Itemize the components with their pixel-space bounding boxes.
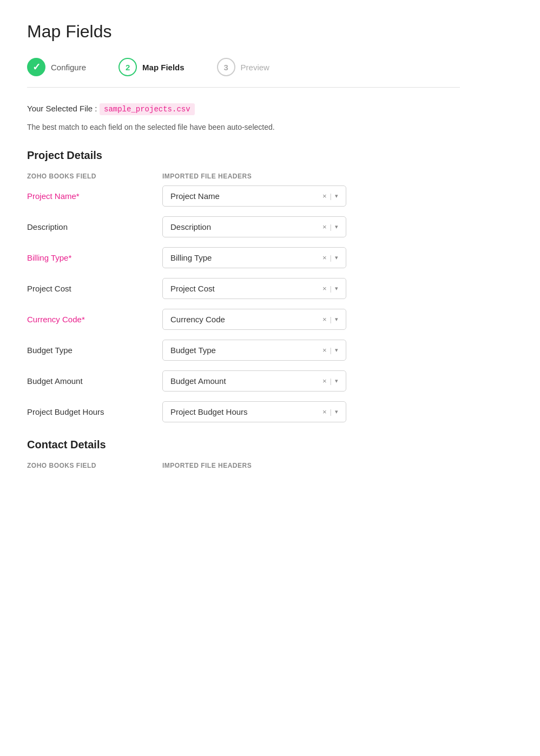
clear-icon-currency-code[interactable]: × bbox=[322, 315, 327, 323]
dropdown-budget-amount[interactable]: Budget Amount × | ▾ bbox=[162, 370, 346, 392]
project-details-section: Project Details ZOHO BOOKS FIELD IMPORTE… bbox=[27, 149, 460, 422]
field-row-project-cost: Project Cost Project Cost × | ▾ bbox=[27, 278, 460, 299]
field-label-budget-type: Budget Type bbox=[27, 346, 146, 355]
chevron-down-icon-description[interactable]: ▾ bbox=[335, 223, 338, 230]
chevron-down-icon-project-name[interactable]: ▾ bbox=[335, 193, 338, 200]
dropdown-budget-type[interactable]: Budget Type × | ▾ bbox=[162, 340, 346, 361]
step-label-preview: Preview bbox=[241, 63, 269, 72]
selected-file-label: Your Selected File : bbox=[27, 104, 97, 113]
step-number-map-fields: 2 bbox=[126, 63, 130, 72]
field-row-billing-type: Billing Type* Billing Type × | ▾ bbox=[27, 247, 460, 268]
field-label-budget-amount: Budget Amount bbox=[27, 376, 146, 386]
dropdown-value-currency-code: Currency Code bbox=[170, 315, 225, 324]
dropdown-controls-budget-type: × | ▾ bbox=[322, 346, 338, 354]
field-label-project-budget-hours: Project Budget Hours bbox=[27, 407, 146, 416]
dropdown-project-name[interactable]: Project Name × | ▾ bbox=[162, 185, 346, 207]
dropdown-value-project-name: Project Name bbox=[170, 191, 220, 201]
step-label-configure: Configure bbox=[51, 63, 86, 72]
auto-select-note: The best match to each field on the sele… bbox=[27, 122, 460, 133]
field-label-billing-type: Billing Type* bbox=[27, 253, 146, 262]
project-details-title: Project Details bbox=[27, 149, 460, 162]
contact-details-title: Contact Details bbox=[27, 439, 460, 451]
step-preview[interactable]: 3 Preview bbox=[217, 58, 269, 76]
dropdown-currency-code[interactable]: Currency Code × | ▾ bbox=[162, 309, 346, 330]
clear-icon-budget-type[interactable]: × bbox=[322, 346, 327, 354]
col-header-import-contact: IMPORTED FILE HEADERS bbox=[162, 462, 460, 469]
chevron-down-icon-budget-type[interactable]: ▾ bbox=[335, 347, 338, 354]
contact-details-section: Contact Details ZOHO BOOKS FIELD IMPORTE… bbox=[27, 439, 460, 469]
dropdown-controls-description: × | ▾ bbox=[322, 223, 338, 231]
field-row-project-name: Project Name* Project Name × | ▾ bbox=[27, 185, 460, 207]
col-header-field: ZOHO BOOKS FIELD bbox=[27, 173, 146, 180]
step-map-fields[interactable]: 2 Map Fields bbox=[118, 58, 185, 76]
dropdown-value-billing-type: Billing Type bbox=[170, 253, 212, 262]
dropdown-value-project-cost: Project Cost bbox=[170, 284, 215, 293]
chevron-down-icon-budget-amount[interactable]: ▾ bbox=[335, 377, 338, 384]
field-row-description: Description Description × | ▾ bbox=[27, 216, 460, 237]
chevron-down-icon-project-cost[interactable]: ▾ bbox=[335, 285, 338, 292]
field-label-project-name: Project Name* bbox=[27, 191, 146, 201]
step-configure[interactable]: ✓ Configure bbox=[27, 58, 86, 76]
clear-icon-billing-type[interactable]: × bbox=[322, 254, 327, 262]
field-row-budget-amount: Budget Amount Budget Amount × | ▾ bbox=[27, 370, 460, 392]
chevron-down-icon-billing-type[interactable]: ▾ bbox=[335, 254, 338, 261]
field-label-currency-code: Currency Code* bbox=[27, 315, 146, 324]
field-row-project-budget-hours: Project Budget Hours Project Budget Hour… bbox=[27, 401, 460, 422]
dropdown-value-description: Description bbox=[170, 222, 211, 231]
dropdown-project-cost[interactable]: Project Cost × | ▾ bbox=[162, 278, 346, 299]
dropdown-billing-type[interactable]: Billing Type × | ▾ bbox=[162, 247, 346, 268]
dropdown-controls-billing-type: × | ▾ bbox=[322, 254, 338, 262]
step-circle-preview: 3 bbox=[217, 58, 235, 76]
dropdown-description[interactable]: Description × | ▾ bbox=[162, 216, 346, 237]
stepper: ✓ Configure 2 Map Fields 3 Preview bbox=[27, 58, 460, 88]
field-label-description: Description bbox=[27, 222, 146, 231]
step-label-map-fields: Map Fields bbox=[142, 63, 185, 72]
step-number-preview: 3 bbox=[223, 63, 228, 72]
selected-file-section: Your Selected File : sample_projects.csv bbox=[27, 104, 460, 114]
dropdown-controls-currency-code: × | ▾ bbox=[322, 315, 338, 323]
clear-icon-project-cost[interactable]: × bbox=[322, 284, 327, 293]
dropdown-controls-budget-amount: × | ▾ bbox=[322, 377, 338, 385]
col-header-field-contact: ZOHO BOOKS FIELD bbox=[27, 462, 146, 469]
field-row-budget-type: Budget Type Budget Type × | ▾ bbox=[27, 340, 460, 361]
dropdown-value-budget-amount: Budget Amount bbox=[170, 376, 226, 386]
dropdown-controls-project-budget-hours: × | ▾ bbox=[322, 408, 338, 416]
chevron-down-icon-project-budget-hours[interactable]: ▾ bbox=[335, 408, 338, 415]
dropdown-project-budget-hours[interactable]: Project Budget Hours × | ▾ bbox=[162, 401, 346, 422]
page-title: Map Fields bbox=[27, 22, 460, 42]
field-row-currency-code: Currency Code* Currency Code × | ▾ bbox=[27, 309, 460, 330]
page-container: Map Fields ✓ Configure 2 Map Fields 3 Pr… bbox=[0, 0, 487, 496]
dropdown-controls-project-cost: × | ▾ bbox=[322, 284, 338, 293]
dropdown-value-budget-type: Budget Type bbox=[170, 346, 216, 355]
checkmark-icon: ✓ bbox=[32, 61, 41, 73]
step-circle-map-fields: 2 bbox=[118, 58, 137, 76]
filename: sample_projects.csv bbox=[100, 103, 195, 115]
dropdown-controls-project-name: × | ▾ bbox=[322, 192, 338, 200]
dropdown-value-project-budget-hours: Project Budget Hours bbox=[170, 407, 248, 416]
clear-icon-project-name[interactable]: × bbox=[322, 192, 327, 200]
clear-icon-budget-amount[interactable]: × bbox=[322, 377, 327, 385]
column-headers-project: ZOHO BOOKS FIELD IMPORTED FILE HEADERS bbox=[27, 173, 460, 180]
column-headers-contact: ZOHO BOOKS FIELD IMPORTED FILE HEADERS bbox=[27, 462, 460, 469]
clear-icon-description[interactable]: × bbox=[322, 223, 327, 231]
clear-icon-project-budget-hours[interactable]: × bbox=[322, 408, 327, 416]
chevron-down-icon-currency-code[interactable]: ▾ bbox=[335, 316, 338, 323]
col-header-import: IMPORTED FILE HEADERS bbox=[162, 173, 460, 180]
step-circle-configure: ✓ bbox=[27, 58, 45, 76]
field-label-project-cost: Project Cost bbox=[27, 284, 146, 293]
